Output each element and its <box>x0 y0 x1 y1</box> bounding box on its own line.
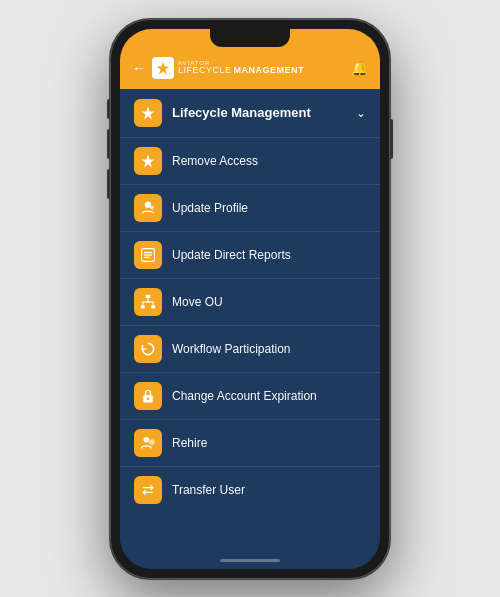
workflow-participation-icon <box>134 335 162 363</box>
update-direct-reports-icon <box>134 241 162 269</box>
rehire-label: Rehire <box>172 436 207 450</box>
volume-up-button <box>107 129 110 159</box>
menu-item-remove-access[interactable]: Remove Access <box>120 137 380 184</box>
svg-point-17 <box>144 437 150 443</box>
svg-rect-8 <box>146 294 151 297</box>
transfer-user-icon <box>134 476 162 504</box>
home-indicator <box>120 553 380 569</box>
remove-access-icon <box>134 147 162 175</box>
menu-item-workflow-participation[interactable]: Workflow Participation <box>120 325 380 372</box>
chevron-down-icon: ⌄ <box>356 106 366 120</box>
svg-rect-10 <box>151 305 155 308</box>
svg-marker-1 <box>142 106 155 119</box>
change-account-expiration-label: Change Account Expiration <box>172 389 317 403</box>
power-button <box>390 119 393 159</box>
update-profile-icon <box>134 194 162 222</box>
category-icon <box>134 99 162 127</box>
logo-name-row: LIFECYCLE MANAGEMENT <box>178 66 304 75</box>
transfer-user-label: Transfer User <box>172 483 245 497</box>
phone-screen: ← AVIATOR LIFECYCLE MANAGEMENT <box>120 29 380 569</box>
move-ou-label: Move OU <box>172 295 223 309</box>
move-ou-icon <box>134 288 162 316</box>
notification-bell-icon[interactable]: 🔔 <box>351 60 368 76</box>
menu-item-rehire[interactable]: Rehire <box>120 419 380 466</box>
home-bar <box>220 559 280 562</box>
menu-item-update-profile[interactable]: Update Profile <box>120 184 380 231</box>
header-left: ← AVIATOR LIFECYCLE MANAGEMENT <box>132 57 304 79</box>
volume-down-button <box>107 169 110 199</box>
rehire-icon <box>134 429 162 457</box>
workflow-participation-label: Workflow Participation <box>172 342 291 356</box>
logo-management-text: MANAGEMENT <box>234 66 305 75</box>
category-label: Lifecycle Management <box>172 105 346 120</box>
phone-frame: ← AVIATOR LIFECYCLE MANAGEMENT <box>110 19 390 579</box>
change-account-expiration-icon <box>134 382 162 410</box>
menu-section: Lifecycle Management ⌄ Remove Access <box>120 89 380 553</box>
menu-item-change-account-expiration[interactable]: Change Account Expiration <box>120 372 380 419</box>
svg-marker-2 <box>142 154 155 167</box>
menu-item-move-ou[interactable]: Move OU <box>120 278 380 325</box>
svg-rect-9 <box>141 305 145 308</box>
logo-icon <box>152 57 174 79</box>
menu-item-transfer-user[interactable]: Transfer User <box>120 466 380 513</box>
svg-point-16 <box>147 397 149 399</box>
svg-marker-0 <box>157 61 170 74</box>
logo: AVIATOR LIFECYCLE MANAGEMENT <box>152 57 304 79</box>
update-direct-reports-label: Update Direct Reports <box>172 248 291 262</box>
category-header[interactable]: Lifecycle Management ⌄ <box>120 89 380 137</box>
logo-lifecycle-text: LIFECYCLE <box>178 66 232 75</box>
logo-text: AVIATOR LIFECYCLE MANAGEMENT <box>178 60 304 75</box>
remove-access-label: Remove Access <box>172 154 258 168</box>
back-button[interactable]: ← <box>132 60 146 76</box>
phone-notch <box>210 29 290 47</box>
update-profile-label: Update Profile <box>172 201 248 215</box>
svg-point-3 <box>145 201 151 207</box>
silent-button <box>107 99 110 119</box>
menu-item-update-direct-reports[interactable]: Update Direct Reports <box>120 231 380 278</box>
